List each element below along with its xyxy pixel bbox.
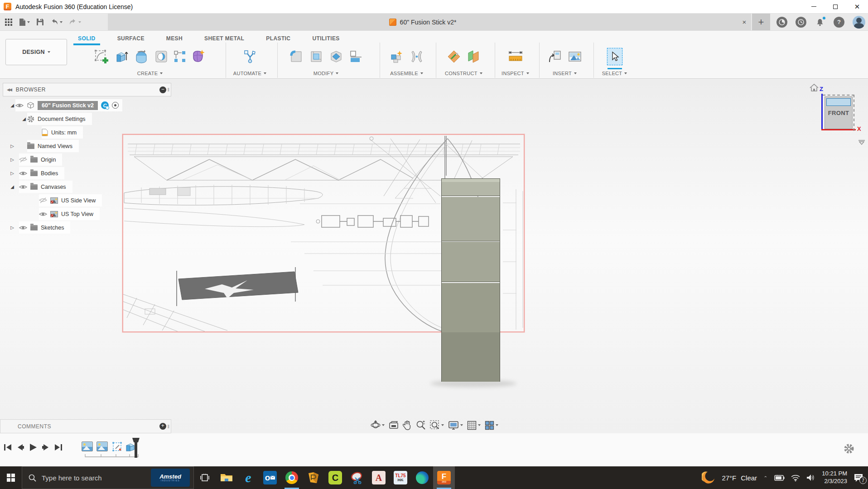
volume-icon[interactable] <box>806 474 815 481</box>
snipping-tool-button[interactable] <box>346 466 368 489</box>
viewports-tool[interactable] <box>485 421 498 430</box>
collapsed-arrow-icon[interactable]: ▷ <box>9 144 15 149</box>
start-button[interactable] <box>0 466 22 489</box>
eye-visible-icon[interactable] <box>19 225 27 230</box>
browser-item[interactable]: US Top View <box>3 208 171 220</box>
document-tab[interactable]: 60" Fusion Stick v2* <box>108 19 738 26</box>
pan-tool[interactable] <box>403 420 412 430</box>
viewcube-front-face[interactable]: FRONT <box>825 96 853 129</box>
eye-visible-icon[interactable] <box>19 184 27 190</box>
eye-hidden-icon[interactable] <box>19 157 27 163</box>
revolve-button[interactable] <box>133 48 149 66</box>
group-label-assemble[interactable]: ASSEMBLE <box>390 71 423 78</box>
browser-item-label[interactable]: Units: mm <box>51 129 77 136</box>
browser-item-label[interactable]: Canvases <box>41 184 66 190</box>
cloud-status-icon[interactable]: C <box>101 101 109 109</box>
group-label-select[interactable]: SELECT <box>602 71 627 78</box>
browser-item-label[interactable]: US Side View <box>61 197 96 204</box>
body-segment[interactable] <box>442 182 500 196</box>
body-segment[interactable] <box>442 242 500 282</box>
eye-visible-icon[interactable] <box>15 103 24 108</box>
browser-item-root[interactable]: ◢ 60" Fusion Stick v2 C <box>3 99 171 111</box>
browser-item-label[interactable]: Bodies <box>41 170 58 177</box>
joint-button[interactable] <box>409 48 425 66</box>
notification-center-icon[interactable]: 7 <box>854 473 863 482</box>
expand-arrow-icon[interactable]: ◢ <box>9 184 15 189</box>
minimize-button[interactable] <box>803 0 825 13</box>
close-button[interactable]: ✕ <box>846 0 868 13</box>
split-body-button[interactable] <box>348 48 364 66</box>
viewcube-menu-icon[interactable] <box>858 139 865 145</box>
maximize-button[interactable] <box>825 0 846 13</box>
notifications-bell-icon[interactable] <box>815 17 825 28</box>
file-menu-button[interactable] <box>19 18 30 26</box>
browser-header[interactable]: ◀◀ BROWSER − ‖ <box>3 83 171 96</box>
new-document-tab-button[interactable]: + <box>752 14 770 30</box>
browser-item[interactable]: ▷ Named Views <box>3 140 171 152</box>
camtasia-button[interactable]: C <box>324 466 346 489</box>
rectangular-pattern-button[interactable] <box>173 48 187 66</box>
expand-arrow-icon[interactable]: ◢ <box>21 116 27 121</box>
browser-item[interactable]: ◢ Document Settings <box>3 113 171 125</box>
task-view-button[interactable] <box>194 466 216 489</box>
eye-visible-icon[interactable] <box>19 171 27 176</box>
automate-button[interactable] <box>242 48 258 66</box>
step-forward-button[interactable] <box>42 444 50 451</box>
group-label-construct[interactable]: CONSTRUCT <box>445 71 482 78</box>
eye-visible-icon[interactable] <box>39 211 47 217</box>
edge-button[interactable] <box>411 466 433 489</box>
model-viewport[interactable]: ◀◀ BROWSER − ‖ ◢ 60" Fusion Stick v2 C <box>0 79 868 433</box>
shell-button[interactable] <box>308 48 324 66</box>
comments-grip[interactable]: ‖ <box>166 424 171 429</box>
collapsed-arrow-icon[interactable]: ▷ <box>9 157 15 162</box>
viewcube[interactable]: Z X FRONT <box>809 84 864 139</box>
offset-plane-button[interactable] <box>466 48 482 66</box>
hidden-icons-chevron[interactable]: ⌃ <box>763 475 767 480</box>
new-component-button[interactable] <box>389 48 405 66</box>
create-form-button[interactable] <box>190 48 207 66</box>
browser-item-label[interactable]: US Top View <box>61 211 93 217</box>
job-status-clock-icon[interactable] <box>796 17 806 28</box>
look-at-tool[interactable] <box>389 421 399 430</box>
battery-icon[interactable] <box>774 475 785 481</box>
measure-button[interactable] <box>507 48 524 66</box>
viewcube-top-edge[interactable] <box>826 98 851 106</box>
tl75-tool-button[interactable]: TL75 HK <box>390 466 411 489</box>
autocad-button[interactable]: A <box>368 466 390 489</box>
comments-panel[interactable]: COMMENTS + ‖ <box>0 419 171 433</box>
fusion-360-taskbar-button[interactable]: F 360 <box>433 466 455 489</box>
document-tab-close-icon[interactable]: × <box>738 18 751 26</box>
display-settings-tool[interactable] <box>448 421 463 430</box>
group-label-automate[interactable]: AUTOMATE <box>233 71 267 78</box>
activate-component-icon[interactable] <box>112 102 119 109</box>
derive-insert-button[interactable] <box>547 48 563 66</box>
group-label-modify[interactable]: MODIFY <box>313 71 339 78</box>
undo-button[interactable] <box>50 19 63 25</box>
zoom-tool[interactable] <box>416 420 426 430</box>
redo-button[interactable] <box>69 19 81 25</box>
timeline-canvas-feature[interactable] <box>82 441 93 451</box>
play-button[interactable] <box>29 443 37 451</box>
collapsed-arrow-icon[interactable]: ▷ <box>9 225 15 230</box>
body-segment[interactable] <box>442 332 500 382</box>
browser-item[interactable]: ▷ Sketches <box>3 221 171 234</box>
wifi-icon[interactable] <box>791 475 800 481</box>
body-extrusion[interactable] <box>441 178 500 382</box>
comments-add-icon[interactable]: + <box>159 423 166 430</box>
browser-item-label[interactable]: Named Views <box>38 143 72 149</box>
grid-display-tool[interactable] <box>467 421 481 430</box>
search-placeholder[interactable]: Type here to search <box>42 474 145 482</box>
weather-text[interactable]: 27°F Clear <box>722 474 757 482</box>
fillet-button[interactable] <box>288 48 304 66</box>
help-icon[interactable]: ? <box>834 17 844 28</box>
browser-item-label[interactable]: Origin <box>41 157 56 163</box>
workspace-selector[interactable]: DESIGN <box>5 39 67 65</box>
eye-hidden-icon[interactable] <box>39 197 47 203</box>
go-to-start-button[interactable] <box>4 444 12 451</box>
group-label-inspect[interactable]: INSPECT <box>502 71 529 78</box>
expand-arrow-icon[interactable]: ◢ <box>9 103 15 108</box>
clock[interactable]: 10:21 PM 2/3/2023 <box>822 470 847 485</box>
browser-item-label[interactable]: 60" Fusion Stick v2 <box>38 101 98 110</box>
create-sketch-button[interactable] <box>93 48 110 66</box>
timeline-sketch-feature[interactable] <box>112 441 123 452</box>
